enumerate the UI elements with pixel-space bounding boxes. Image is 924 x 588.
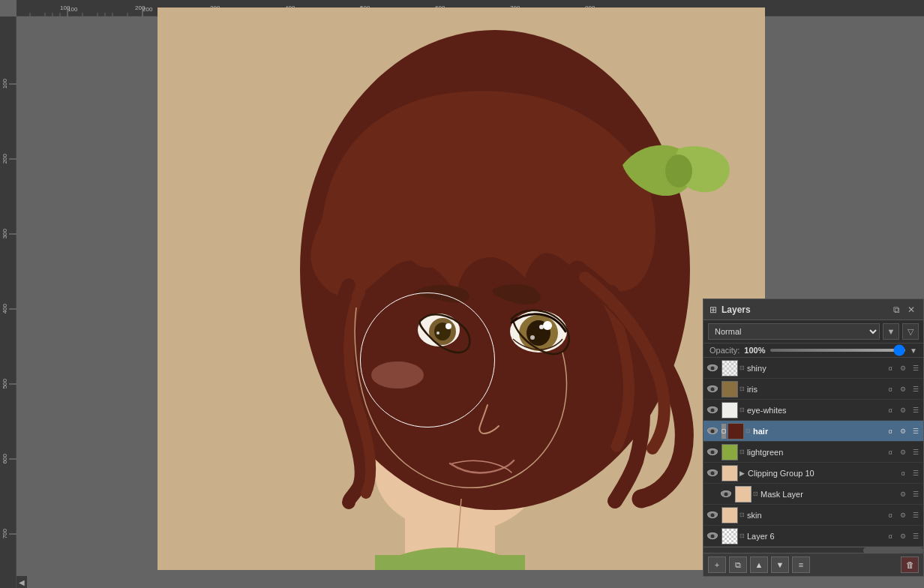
opacity-row: Opacity: 100% ▼: [704, 344, 923, 358]
layer-settings-skin[interactable]: ⚙: [897, 509, 909, 521]
layer-list-scrollbar[interactable]: [704, 547, 923, 553]
layer-row-skin[interactable]: ⊡ skin α ⚙ ☰: [704, 505, 923, 526]
layer-alpha-clipping-group[interactable]: α: [897, 467, 909, 479]
layers-panel-icon: ⊞: [710, 304, 717, 315]
layer-thumb-skin: [722, 507, 738, 524]
layer-vis-skin[interactable]: [705, 508, 720, 523]
layer-vis-shiny[interactable]: [705, 361, 720, 376]
layer-vis-iris[interactable]: [705, 382, 720, 397]
layer-extra-eye-whites[interactable]: ☰: [910, 404, 922, 416]
layer-name-hair: hair: [753, 427, 883, 436]
layers-panel: ⊞ Layers ⧉ ✕ Normal Multiply Screen Over…: [703, 298, 924, 577]
clip-marker-shiny: ⊡: [740, 364, 745, 371]
opacity-down-arrow[interactable]: ▼: [910, 346, 917, 355]
clip-marker-eye-whites: ⊡: [740, 406, 745, 413]
layer-alpha-layer6[interactable]: α: [884, 530, 896, 542]
layer-vis-clipping-group[interactable]: [705, 466, 720, 481]
layer-actions-shiny: α ⚙ ☰: [884, 362, 922, 374]
blend-mode-select[interactable]: Normal Multiply Screen Overlay: [708, 323, 880, 340]
layer-row-hair[interactable]: ⊡ hair α ⚙ ☰: [704, 421, 923, 442]
ruler-v-label-200: 200: [2, 154, 8, 164]
layer-list: ⊡ shiny α ⚙ ☰ ⊡ iris α ⚙ ☰ ⊡ eye-w: [704, 358, 923, 547]
opacity-label: Opacity:: [710, 346, 740, 355]
svg-point-41: [446, 323, 452, 329]
ruler-label-100: 100: [60, 4, 70, 11]
layer-settings-lightgreen[interactable]: ⚙: [897, 446, 909, 458]
ruler-v-label-700: 700: [2, 529, 8, 538]
layer-extra-skin[interactable]: ☰: [910, 509, 922, 521]
clip-marker-lightgreen: ⊡: [740, 448, 745, 455]
layer-actions-layer6: α ⚙ ☰: [884, 530, 922, 542]
filter-layers-btn[interactable]: ▽: [902, 323, 919, 340]
layer-lock-hair[interactable]: [722, 424, 726, 439]
ruler-v-label-500: 500: [2, 379, 8, 388]
illustration[interactable]: [158, 8, 765, 570]
move-up-btn[interactable]: ▲: [750, 556, 768, 573]
layers-panel-close-btn[interactable]: ✕: [905, 304, 917, 316]
layer-extra-hair[interactable]: ☰: [910, 425, 922, 437]
svg-point-42: [436, 332, 440, 334]
layer-extra-shiny[interactable]: ☰: [910, 362, 922, 374]
layer-extra-mask[interactable]: ☰: [910, 488, 922, 500]
layer-props-btn[interactable]: ≡: [792, 556, 810, 573]
layer-alpha-lightgreen[interactable]: α: [884, 446, 896, 458]
layer-row-eye-whites[interactable]: ⊡ eye-whites α ⚙ ☰: [704, 400, 923, 421]
filter-btn[interactable]: ▼: [883, 323, 899, 340]
clip-marker-layer6: ⊡: [740, 532, 745, 539]
layer-alpha-hair[interactable]: α: [884, 425, 896, 437]
layer-actions-mask: ⚙ ☰: [897, 488, 922, 500]
layer-row-iris[interactable]: ⊡ iris α ⚙ ☰: [704, 379, 923, 400]
ruler-v-label-400: 400: [2, 304, 8, 314]
layer-extra-iris[interactable]: ☰: [910, 383, 922, 395]
layers-panel-controls[interactable]: ⧉ ✕: [891, 304, 917, 316]
layer-alpha-shiny[interactable]: α: [884, 362, 896, 374]
left-scroll-arrow[interactable]: ◀: [16, 576, 27, 588]
layer-settings-mask[interactable]: ⚙: [897, 488, 909, 500]
layer-row-mask[interactable]: ⊡ Mask Layer ⚙ ☰: [704, 484, 923, 505]
clip-marker-mask: ⊡: [753, 490, 758, 497]
svg-point-37: [665, 154, 692, 188]
layer-vis-eye-whites[interactable]: [705, 403, 720, 418]
layer-vis-lightgreen[interactable]: [705, 445, 720, 460]
layer-alpha-eye-whites[interactable]: α: [884, 404, 896, 416]
layer-vis-hair[interactable]: [705, 424, 720, 439]
layer-name-skin: skin: [747, 511, 883, 520]
layer-alpha-skin[interactable]: α: [884, 509, 896, 521]
layer-actions-iris: α ⚙ ☰: [884, 383, 922, 395]
layer-settings-iris[interactable]: ⚙: [897, 383, 909, 395]
layer-row-clipping-group[interactable]: ▶ Clipping Group 10 α ☰: [704, 463, 923, 484]
left-arrow-icon: ◀: [19, 578, 25, 586]
layer-row-shiny[interactable]: ⊡ shiny α ⚙ ☰: [704, 358, 923, 379]
clip-marker-skin: ⊡: [740, 512, 745, 518]
layer-settings-eye-whites[interactable]: ⚙: [897, 404, 909, 416]
layers-panel-header: ⊞ Layers ⧉ ✕: [704, 299, 923, 320]
layer-extra-lightgreen[interactable]: ☰: [910, 446, 922, 458]
layers-title-area: ⊞ Layers: [710, 304, 751, 315]
layer-vis-layer6[interactable]: [705, 529, 720, 544]
ruler-v-label-100: 100: [2, 79, 8, 88]
layer-settings-shiny[interactable]: ⚙: [897, 362, 909, 374]
opacity-slider[interactable]: [770, 349, 906, 352]
move-down-btn[interactable]: ▼: [771, 556, 789, 573]
group-expand-icon[interactable]: ▶: [740, 470, 745, 477]
copy-layer-btn[interactable]: ⧉: [729, 556, 747, 573]
ruler-v-ticks: [0, 16, 16, 588]
layer-name-eye-whites: eye-whites: [747, 406, 883, 415]
new-layer-btn[interactable]: +: [708, 556, 726, 573]
layer-thumb-mask: [735, 486, 752, 502]
layers-panel-float-btn[interactable]: ⧉: [891, 304, 902, 316]
layer-settings-clipping-group[interactable]: ☰: [910, 467, 922, 479]
ruler-label-200: 200: [135, 4, 145, 11]
layer-row-layer6[interactable]: ⊡ Layer 6 α ⚙ ☰: [704, 526, 923, 547]
layer-vis-mask[interactable]: [718, 487, 734, 502]
layer-settings-layer6[interactable]: ⚙: [897, 530, 909, 542]
layer-alpha-iris[interactable]: α: [884, 383, 896, 395]
delete-layer-btn[interactable]: 🗑: [901, 556, 919, 573]
layer-actions-hair: α ⚙ ☰: [884, 425, 922, 437]
layer-actions-lightgreen: α ⚙ ☰: [884, 446, 922, 458]
layer-thumb-iris: [722, 381, 738, 398]
layer-settings-hair[interactable]: ⚙: [897, 425, 909, 437]
layer-extra-layer6[interactable]: ☰: [910, 530, 922, 542]
layer-row-lightgreen[interactable]: ⊡ lightgreen α ⚙ ☰: [704, 442, 923, 463]
layers-bottom-toolbar: + ⧉ ▲ ▼ ≡ 🗑: [704, 553, 923, 576]
